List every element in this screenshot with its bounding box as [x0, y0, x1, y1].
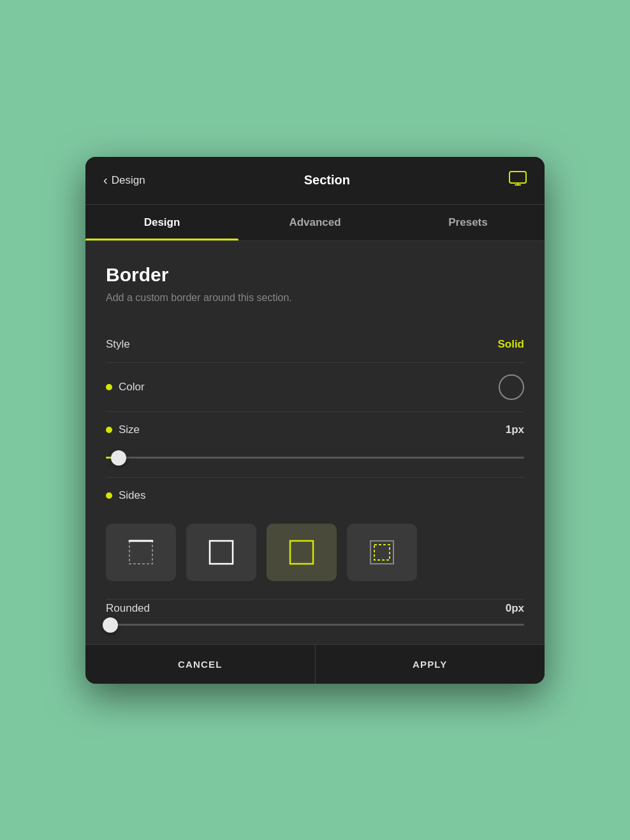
- sides-option-outer-yellow[interactable]: [267, 524, 337, 581]
- size-label: Size: [106, 424, 140, 436]
- header: ‹ Design Section: [85, 157, 545, 205]
- tab-design[interactable]: Design: [85, 205, 238, 240]
- border-section-title: Border: [106, 264, 524, 286]
- rounded-slider-container: [106, 619, 524, 644]
- svg-rect-6: [210, 541, 233, 564]
- sides-label: Sides: [106, 489, 146, 502]
- color-dot: [106, 384, 112, 390]
- sides-dot: [106, 492, 112, 499]
- sides-grid: [106, 524, 524, 581]
- apply-button[interactable]: APPLY: [316, 645, 545, 684]
- svg-rect-7: [290, 541, 313, 564]
- sides-row: Sides: [106, 478, 524, 513]
- tab-presets[interactable]: Presets: [392, 205, 545, 240]
- rounded-label: Rounded: [106, 602, 150, 615]
- sides-option-inner-yellow[interactable]: [347, 524, 417, 581]
- color-picker-button[interactable]: [499, 374, 524, 400]
- tabs-container: Design Advanced Presets: [85, 205, 545, 241]
- style-row: Style Solid: [106, 327, 524, 362]
- tab-advanced[interactable]: Advanced: [238, 205, 392, 240]
- chevron-left-icon: ‹: [103, 173, 108, 188]
- size-slider-wrapper: [106, 452, 524, 464]
- rounded-slider-wrapper: [106, 619, 524, 631]
- size-row: Size 1px: [106, 412, 524, 448]
- footer: CANCEL APPLY: [85, 644, 545, 684]
- color-label: Color: [106, 381, 145, 394]
- rounded-row: Rounded 0px: [106, 600, 524, 615]
- rounded-slider-track: [106, 624, 524, 626]
- svg-rect-10: [374, 545, 390, 560]
- svg-rect-3: [129, 541, 152, 564]
- content-area: Border Add a custom border around this s…: [85, 241, 545, 644]
- rounded-value: 0px: [506, 602, 524, 615]
- size-dot: [106, 427, 112, 433]
- svg-rect-8: [290, 541, 313, 564]
- back-label: Design: [112, 174, 145, 187]
- style-value[interactable]: Solid: [497, 338, 524, 351]
- page-title: Section: [304, 173, 350, 188]
- color-row: Color: [106, 363, 524, 411]
- sides-option-all-solid[interactable]: [186, 524, 256, 581]
- monitor-icon[interactable]: [509, 171, 527, 190]
- svg-rect-5: [210, 541, 233, 564]
- modal-panel: ‹ Design Section Design Advanced Presets…: [85, 157, 545, 684]
- style-label: Style: [106, 338, 130, 351]
- size-slider-thumb[interactable]: [111, 450, 126, 466]
- cancel-button[interactable]: CANCEL: [85, 645, 316, 684]
- size-slider-track: [106, 457, 524, 459]
- size-slider-container: [106, 452, 524, 477]
- back-button[interactable]: ‹ Design: [103, 173, 145, 188]
- sides-option-all-dashed[interactable]: [106, 524, 176, 581]
- rounded-slider-thumb[interactable]: [103, 617, 118, 633]
- border-section-desc: Add a custom border around this section.: [106, 292, 524, 304]
- svg-rect-0: [509, 172, 526, 183]
- size-value: 1px: [506, 424, 524, 436]
